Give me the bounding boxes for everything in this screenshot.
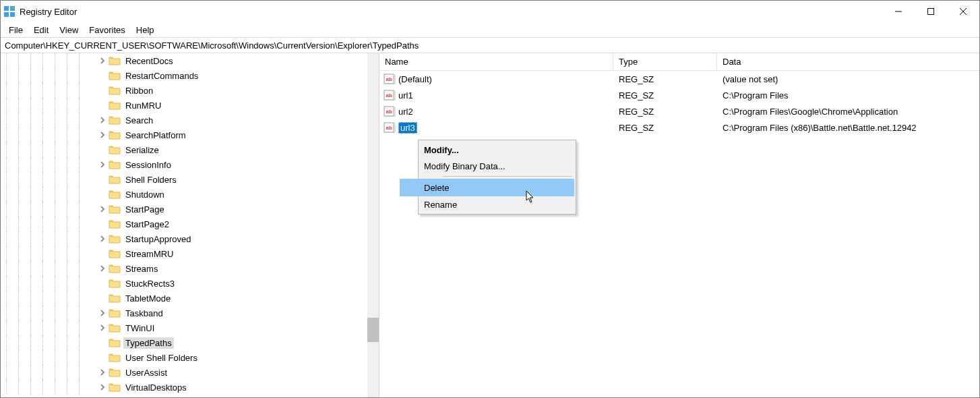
- menu-edit[interactable]: Edit: [28, 24, 54, 36]
- context-menu-modify[interactable]: Modify...: [400, 142, 574, 158]
- tree-item-shutdown[interactable]: Shutdown: [1, 187, 367, 202]
- tree-item-label: RunMRU: [123, 100, 163, 111]
- main-split: RecentDocsRestartCommandsRibbonRunMRUSea…: [1, 53, 979, 397]
- menu-help[interactable]: Help: [131, 24, 160, 36]
- chevron-right-icon[interactable]: [98, 130, 107, 140]
- folder-icon: [109, 263, 121, 274]
- folder-icon: [109, 308, 121, 318]
- value-row[interactable]: aburl2REG_SZC:\Program Files\Google\Chro…: [379, 103, 979, 119]
- tree-item-startupapproved[interactable]: StartupApproved: [1, 231, 367, 246]
- tree-item-label: StartPage2: [123, 219, 171, 230]
- scrollbar-thumb[interactable]: [367, 318, 379, 342]
- folder-icon: [109, 322, 121, 333]
- chevron-right-icon[interactable]: [98, 56, 107, 65]
- tree-item-virtualdesktops[interactable]: VirtualDesktops: [1, 380, 367, 395]
- tree-item-label: StreamMRU: [123, 248, 176, 260]
- value-type: REG_SZ: [613, 107, 717, 117]
- tree-item-label: Search: [123, 115, 155, 126]
- tree-item-tabletmode[interactable]: TabletMode: [1, 291, 367, 306]
- chevron-right-icon[interactable]: [98, 115, 107, 125]
- folder-icon: [109, 293, 121, 304]
- tree-item-label: StuckRects3: [123, 278, 177, 289]
- tree-item-startpage2[interactable]: StartPage2: [1, 217, 367, 231]
- tree-item-startpage[interactable]: StartPage: [1, 202, 367, 217]
- value-row[interactable]: ab(Default)REG_SZ(value not set): [379, 71, 979, 87]
- value-type: REG_SZ: [613, 74, 717, 84]
- folder-icon: [109, 337, 121, 348]
- address-text: Computer\HKEY_CURRENT_USER\SOFTWARE\Micr…: [5, 40, 419, 51]
- string-value-icon: ab: [384, 73, 396, 85]
- folder-icon: [109, 174, 121, 185]
- expander-empty: [98, 71, 107, 80]
- tree-item-label: TabletMode: [123, 293, 173, 304]
- chevron-right-icon[interactable]: [98, 204, 107, 214]
- values-pane: Name Type Data ab(Default)REG_SZ(value n…: [379, 53, 979, 397]
- tree-scrollbar[interactable]: [367, 53, 379, 397]
- column-header-type[interactable]: Type: [613, 53, 717, 70]
- folder-icon: [109, 85, 121, 96]
- close-button[interactable]: [947, 1, 979, 22]
- registry-editor-window: Registry Editor File Edit View Favorites…: [0, 0, 980, 398]
- tree-item-sessioninfo[interactable]: SessionInfo: [1, 157, 367, 172]
- column-header-name[interactable]: Name: [379, 53, 613, 70]
- tree-item-serialize[interactable]: Serialize: [1, 142, 367, 157]
- expander-empty: [98, 353, 107, 362]
- list-header: Name Type Data: [379, 53, 979, 71]
- menu-favorites[interactable]: Favorites: [84, 24, 130, 36]
- tree-item-streams[interactable]: Streams: [1, 261, 367, 276]
- chevron-right-icon[interactable]: [98, 368, 107, 377]
- context-menu-rename[interactable]: Rename: [400, 196, 574, 212]
- svg-rect-6: [928, 9, 934, 15]
- chevron-right-icon[interactable]: [98, 308, 107, 318]
- chevron-right-icon[interactable]: [98, 382, 107, 392]
- tree-item-stuckrects3[interactable]: StuckRects3: [1, 276, 367, 291]
- context-menu-delete[interactable]: Delete: [400, 179, 574, 196]
- value-row[interactable]: aburl3REG_SZC:\Program Files (x86)\Battl…: [379, 119, 979, 136]
- value-name: (Default): [398, 74, 432, 84]
- address-bar[interactable]: Computer\HKEY_CURRENT_USER\SOFTWARE\Micr…: [1, 37, 979, 53]
- tree-item-typedpaths[interactable]: TypedPaths: [1, 335, 367, 350]
- minimize-button[interactable]: [882, 1, 915, 22]
- tree-item-label: Shutdown: [123, 189, 166, 200]
- chevron-right-icon[interactable]: [98, 160, 107, 169]
- chevron-right-icon[interactable]: [98, 264, 107, 273]
- window-controls: [882, 1, 979, 22]
- tree-item-search[interactable]: Search: [1, 113, 367, 127]
- folder-icon: [109, 367, 121, 378]
- expander-empty: [98, 279, 107, 288]
- tree-item-restartcommands[interactable]: RestartCommands: [1, 68, 367, 83]
- folder-icon: [109, 248, 121, 259]
- tree-item-ribbon[interactable]: Ribbon: [1, 83, 367, 98]
- menubar: File Edit View Favorites Help: [1, 22, 979, 37]
- tree-item-label: User Shell Folders: [123, 352, 200, 364]
- value-data: C:\Program Files: [717, 90, 979, 101]
- string-value-icon: ab: [384, 105, 396, 117]
- svg-rect-3: [10, 12, 15, 17]
- tree-item-userassist[interactable]: UserAssist: [1, 365, 367, 380]
- tree-item-recentdocs[interactable]: RecentDocs: [1, 53, 367, 68]
- tree-item-user-shell-folders[interactable]: User Shell Folders: [1, 350, 367, 365]
- context-menu-modify-binary[interactable]: Modify Binary Data...: [400, 158, 574, 174]
- tree-item-shell-folders[interactable]: Shell Folders: [1, 172, 367, 187]
- tree-item-taskband[interactable]: Taskband: [1, 306, 367, 320]
- tree-item-label: Shell Folders: [123, 174, 179, 186]
- folder-icon: [109, 144, 121, 155]
- tree-item-runmru[interactable]: RunMRU: [1, 98, 367, 113]
- tree-item-label: StartPage: [123, 204, 166, 215]
- tree-item-label: SearchPlatform: [123, 130, 188, 141]
- maximize-button[interactable]: [915, 1, 947, 22]
- chevron-right-icon[interactable]: [98, 323, 107, 333]
- tree-item-streammru[interactable]: StreamMRU: [1, 246, 367, 261]
- svg-text:ab: ab: [386, 109, 392, 115]
- column-header-data[interactable]: Data: [717, 53, 979, 70]
- value-row[interactable]: aburl1REG_SZC:\Program Files: [379, 87, 979, 103]
- tree-item-label: StartupApproved: [123, 233, 193, 245]
- menu-file[interactable]: File: [3, 24, 28, 36]
- folder-icon: [109, 100, 121, 111]
- menu-view[interactable]: View: [54, 24, 84, 36]
- tree-item-searchplatform[interactable]: SearchPlatform: [1, 127, 367, 142]
- tree-item-twinui[interactable]: TWinUI: [1, 320, 367, 335]
- tree-item-label: TWinUI: [123, 322, 156, 334]
- tree-item-label: VirtualDesktops: [123, 382, 189, 393]
- chevron-right-icon[interactable]: [98, 234, 107, 244]
